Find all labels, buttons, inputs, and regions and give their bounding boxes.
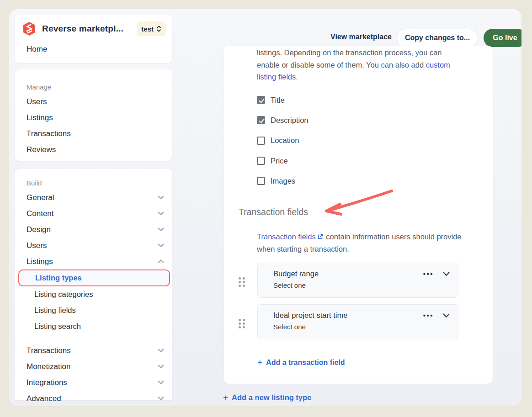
transaction-field-card-budget-range: Budget range ••• Select one	[257, 263, 458, 298]
view-marketplace-link[interactable]: View marketplace	[330, 33, 392, 41]
sidebar-subitem-listing-categories[interactable]: Listing categories	[27, 286, 172, 302]
marketplace-name: Reverse marketpl...	[42, 24, 137, 34]
transaction-field-card-ideal-project-start-time: Ideal project start time ••• Select one	[257, 304, 458, 339]
sidebar-item-build-transactions[interactable]: Transactions	[27, 343, 172, 359]
sidebar-item-advanced[interactable]: Advanced	[27, 391, 172, 406]
sidebar-item-listings[interactable]: Listings	[27, 110, 172, 126]
listing-fields-intro-text: listings. Depending on the transaction p…	[257, 47, 460, 83]
sidebar-item-general[interactable]: General	[27, 190, 172, 206]
build-section-label: Build	[27, 179, 172, 187]
checkbox-row-location: Location	[257, 131, 309, 151]
field-type-label: Select one	[273, 323, 450, 331]
chevron-down-icon	[158, 396, 164, 401]
manage-section-label: Manage	[27, 83, 172, 91]
chevron-down-icon[interactable]	[443, 313, 450, 318]
sidebar-subitem-listing-search[interactable]: Listing search	[27, 318, 172, 334]
app-window: Reverse marketpl... test Home Manage Use…	[9, 9, 521, 406]
external-link-icon	[317, 234, 323, 240]
updown-chevron-icon	[156, 26, 161, 32]
sidebar-item-build-users[interactable]: Users	[27, 238, 172, 253]
environment-label: test	[141, 25, 154, 33]
location-checkbox[interactable]	[257, 137, 265, 145]
add-transaction-field-button[interactable]: + Add a transaction field	[257, 358, 345, 367]
transaction-fields-heading: Transaction fields	[239, 207, 308, 217]
sidebar-item-reviews[interactable]: Reviews	[27, 142, 172, 158]
chevron-down-icon[interactable]	[443, 272, 450, 276]
go-live-button[interactable]: Go live	[484, 29, 521, 47]
chevron-up-icon	[158, 259, 164, 264]
description-checkbox[interactable]	[257, 116, 265, 124]
sidebar-item-monetization[interactable]: Monetization	[27, 359, 172, 375]
sidebar-item-home[interactable]: Home	[27, 45, 47, 54]
chevron-down-icon	[158, 380, 164, 385]
transaction-fields-doc-link[interactable]: Transaction fields	[257, 232, 316, 241]
copy-changes-button[interactable]: Copy changes to...	[397, 29, 478, 47]
sidebar-item-users[interactable]: Users	[27, 94, 172, 110]
sidebar-item-integrations[interactable]: Integrations	[27, 375, 172, 391]
add-new-listing-type-button[interactable]: + Add a new listing type	[223, 393, 311, 402]
sidebar-build-card: Build General Content Design Users Listi…	[15, 169, 172, 400]
ellipsis-menu-icon[interactable]: •••	[423, 270, 434, 278]
checkbox-row-description: Description	[257, 110, 309, 130]
plus-icon: +	[223, 393, 228, 402]
sidebar-subitem-listing-fields[interactable]: Listing fields	[27, 302, 172, 318]
chevron-down-icon	[158, 348, 164, 353]
sidebar-item-design[interactable]: Design	[27, 222, 172, 238]
sidebar-header-card: Reverse marketpl... test Home	[15, 15, 172, 63]
checkbox-row-title: Title	[257, 90, 309, 110]
checkbox-row-images: Images	[257, 171, 309, 191]
transaction-fields-description: Transaction fields contain information u…	[257, 231, 463, 255]
ellipsis-menu-icon[interactable]: •••	[423, 311, 434, 319]
drag-handle[interactable]	[239, 319, 246, 329]
images-checkbox[interactable]	[257, 177, 265, 185]
chevron-down-icon	[158, 211, 164, 216]
sidebar-item-content[interactable]: Content	[27, 206, 172, 222]
chevron-down-icon	[158, 243, 164, 248]
sharetribe-logo-icon	[22, 21, 37, 36]
sidebar-item-transactions[interactable]: Transactions	[27, 126, 172, 142]
title-checkbox[interactable]	[257, 96, 265, 104]
field-type-label: Select one	[273, 281, 450, 289]
drag-handle[interactable]	[239, 277, 246, 287]
checkbox-row-price: Price	[257, 151, 309, 171]
chevron-down-icon	[158, 227, 164, 232]
environment-selector[interactable]: test	[137, 21, 166, 36]
listing-fields-checkbox-list: Title Description Location Price Images	[257, 90, 309, 191]
listing-type-panel: listings. Depending on the transaction p…	[224, 46, 493, 384]
sidebar-item-build-listings[interactable]: Listings	[27, 253, 172, 269]
chevron-down-icon	[158, 195, 164, 200]
sidebar-manage-card: Manage Users Listings Transactions Revie…	[15, 69, 172, 161]
red-annotation-arrow-icon	[315, 185, 398, 222]
plus-icon: +	[257, 358, 262, 367]
sidebar-subitem-listing-types[interactable]: Listing types	[18, 269, 170, 286]
chevron-down-icon	[158, 364, 164, 369]
price-checkbox[interactable]	[257, 157, 265, 165]
